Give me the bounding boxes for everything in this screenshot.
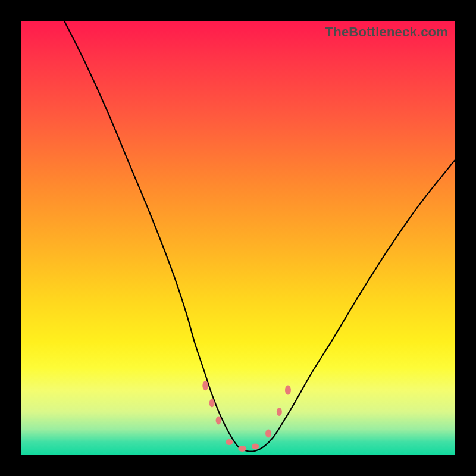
- bottleneck-curve: [64, 21, 455, 452]
- chart-frame: TheBottleneck.com: [0, 0, 476, 476]
- trough-marker: [265, 430, 271, 438]
- trough-marker: [226, 439, 233, 445]
- trough-marker: [238, 446, 246, 452]
- trough-marker: [202, 381, 208, 390]
- trough-marker: [216, 416, 221, 425]
- plot-area: TheBottleneck.com: [21, 21, 455, 455]
- curve-layer: [21, 21, 455, 455]
- trough-marker: [252, 443, 259, 449]
- trough-marker: [209, 399, 215, 407]
- trough-markers: [202, 381, 291, 452]
- trough-marker: [277, 408, 282, 416]
- trough-marker: [285, 386, 291, 395]
